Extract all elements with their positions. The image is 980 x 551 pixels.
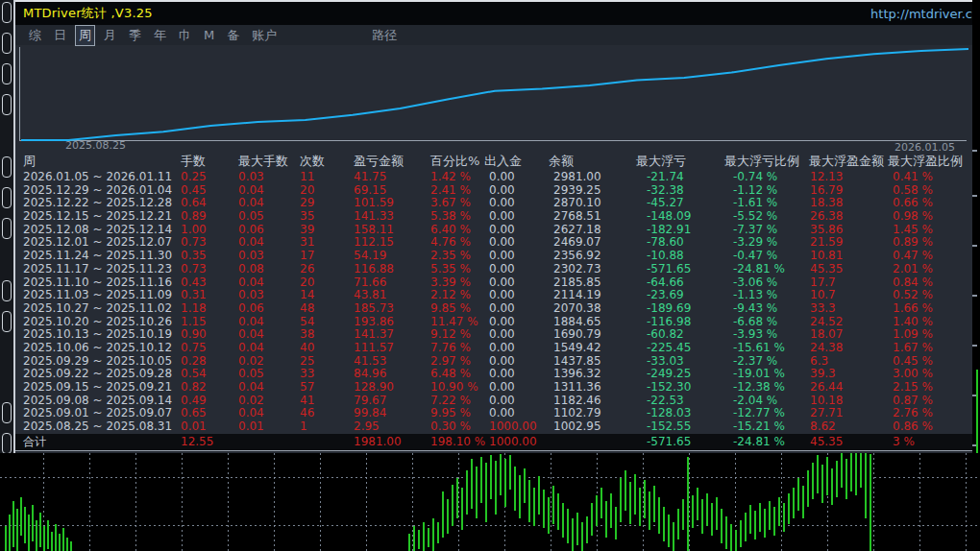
- equity-start-date-label: 2025.08.25: [65, 139, 126, 152]
- table-cell: -0.74 %: [723, 171, 809, 184]
- menu-item-ji[interactable]: 季: [125, 25, 145, 46]
- table-row[interactable]: 2025.09.01 ~ 2025.09.070.650.044699.849.…: [15, 407, 972, 420]
- table-cell: 0.90: [171, 328, 227, 342]
- table-cell: [521, 434, 636, 450]
- table-row[interactable]: 2025.10.27 ~ 2025.11.021.180.0648185.739…: [15, 302, 972, 316]
- table-cell: 0.86 %: [886, 420, 972, 434]
- edge-button-outline: [2, 33, 12, 54]
- table-row[interactable]: 2025.12.08 ~ 2025.12.141.000.0639158.116…: [15, 224, 972, 237]
- table-cell: [227, 434, 286, 450]
- menu-item-lujing[interactable]: 路径: [368, 25, 401, 46]
- menu-item-bei[interactable]: 备: [223, 25, 243, 46]
- table-cell: 10.7: [809, 289, 886, 302]
- table-row[interactable]: 2025.12.29 ~ 2026.01.040.450.042069.152.…: [15, 184, 972, 198]
- menu-item-ri[interactable]: 日: [50, 25, 70, 46]
- table-cell: -24.81 %: [723, 263, 809, 276]
- table-cell: 2.35 %: [415, 250, 473, 263]
- table-cell: 12.13: [809, 171, 886, 184]
- table-cell: 0.25: [171, 171, 227, 184]
- table-cell: 26.44: [809, 381, 886, 395]
- table-cell: 3 %: [886, 434, 972, 450]
- menu-item-nian[interactable]: 年: [150, 25, 170, 46]
- table-cell: 0.06: [227, 302, 286, 316]
- table-cell: 2302.73: [521, 263, 636, 276]
- table-cell: 0.08: [227, 263, 286, 276]
- equity-chart-panel: 2025.08.25 2026.01.05: [15, 45, 972, 152]
- table-cell: 0.03: [227, 289, 286, 302]
- table-cell: 1690.79: [521, 328, 636, 342]
- menu-item-zhou[interactable]: 周: [75, 25, 95, 46]
- table-row[interactable]: 2025.10.06 ~ 2025.10.120.750.0440111.577…: [15, 342, 972, 355]
- price-scale-tick: [972, 195, 977, 197]
- table-cell: 33.3: [809, 302, 886, 316]
- table-row[interactable]: 2025.11.03 ~ 2025.11.090.310.031443.812.…: [15, 289, 972, 302]
- table-cell: 5.38 %: [415, 210, 473, 224]
- left-edge-strip: [0, 0, 13, 453]
- column-header: 百分比%: [415, 153, 473, 170]
- table-cell: 0.00: [473, 302, 521, 316]
- table-cell: 2025.10.27 ~ 2025.11.02: [15, 302, 171, 316]
- menu-item-bi[interactable]: 巾: [175, 25, 195, 46]
- table-cell: -148.09: [636, 210, 723, 224]
- table-cell: 0.00: [473, 342, 521, 355]
- table-cell: 0.00: [473, 381, 521, 395]
- table-cell: 0.00: [473, 210, 521, 224]
- table-row[interactable]: 2025.09.15 ~ 2025.09.210.820.0457128.901…: [15, 381, 972, 395]
- table-row[interactable]: 2025.09.08 ~ 2025.09.140.490.024179.677.…: [15, 395, 972, 408]
- table-cell: 26: [286, 263, 340, 276]
- title-bar[interactable]: MTDriver统计 ,V3.25 http://mtdriver.c: [15, 0, 972, 25]
- table-cell: 1000.00: [473, 420, 521, 434]
- screen: MTDriver统计 ,V3.25 http://mtdriver.c 综日周月…: [0, 0, 980, 551]
- table-cell: 5.35 %: [415, 263, 473, 276]
- table-row[interactable]: 2025.11.10 ~ 2025.11.160.430.042071.663.…: [15, 276, 972, 290]
- table-cell: 43.81: [340, 289, 415, 302]
- table-cell: 26.38: [809, 210, 886, 224]
- table-cell: 7.76 %: [415, 342, 473, 355]
- edge-button-outline: [2, 187, 12, 208]
- table-cell: 54.19: [340, 250, 415, 263]
- table-cell: 0.05: [227, 210, 286, 224]
- table-row[interactable]: 2025.12.15 ~ 2025.12.210.890.0535141.335…: [15, 210, 972, 224]
- table-cell: 0.00: [473, 263, 521, 276]
- table-cell: 0.03: [227, 171, 286, 184]
- table-cell: 2981.00: [521, 171, 636, 184]
- table-cell: 2025.11.17 ~ 2025.11.23: [15, 263, 171, 276]
- table-cell: 0.98 %: [886, 210, 972, 224]
- table-row[interactable]: 2025.10.13 ~ 2025.10.190.900.0438141.379…: [15, 328, 972, 342]
- menu-item-m[interactable]: M: [200, 26, 218, 44]
- table-row[interactable]: 2025.12.01 ~ 2025.12.070.730.0431112.154…: [15, 236, 972, 250]
- website-link[interactable]: http://mtdriver.c: [870, 7, 972, 21]
- menu-item-zong[interactable]: 综: [25, 25, 45, 46]
- table-cell: -24.81 %: [723, 434, 809, 450]
- right-edge-strip: [972, 25, 980, 453]
- table-row[interactable]: 2025.09.22 ~ 2025.09.280.540.053384.966.…: [15, 368, 972, 381]
- table-cell: 0.35: [171, 250, 227, 263]
- menu-item-zhanghu[interactable]: 账户: [248, 25, 281, 46]
- table-cell: 1549.42: [521, 342, 636, 355]
- column-header: 手数: [171, 153, 227, 170]
- table-cell: [286, 434, 340, 450]
- table-row[interactable]: 2025.10.20 ~ 2025.10.261.150.0454193.861…: [15, 316, 972, 329]
- table-cell: 1.18: [171, 302, 227, 316]
- table-row[interactable]: 2025.08.25 ~ 2025.08.310.010.0112.950.30…: [15, 420, 972, 434]
- table-row[interactable]: 2025.11.24 ~ 2025.11.300.350.031754.192.…: [15, 250, 972, 263]
- table-row[interactable]: 2025.11.17 ~ 2025.11.230.730.0826116.885…: [15, 263, 972, 276]
- table-cell: 57: [286, 381, 340, 395]
- table-cell: 198.10 %: [415, 434, 473, 450]
- table-cell: -60.82: [636, 328, 723, 342]
- menu-item-yue[interactable]: 月: [100, 25, 120, 46]
- table-cell: 0.47 %: [886, 250, 972, 263]
- table-row[interactable]: 2026.01.05 ~ 2026.01.110.250.031141.751.…: [15, 171, 972, 184]
- table-cell: 0.73: [171, 263, 227, 276]
- menu-bar: 综日周月季年巾M备账户路径: [15, 25, 972, 45]
- column-header: 最大浮亏比例: [723, 153, 809, 170]
- table-row[interactable]: 2025.09.29 ~ 2025.10.050.280.022541.532.…: [15, 355, 972, 369]
- table-cell: 141.37: [340, 328, 415, 342]
- table-row[interactable]: 2025.12.22 ~ 2025.12.280.640.0429101.593…: [15, 197, 972, 210]
- table-cell: 38: [286, 328, 340, 342]
- column-header: 次数: [286, 153, 340, 170]
- edge-button-outline: [2, 156, 12, 178]
- equity-curve: [17, 45, 974, 152]
- table-cell: 0.00: [473, 289, 521, 302]
- table-body: 2026.01.05 ~ 2026.01.110.250.031141.751.…: [15, 171, 972, 434]
